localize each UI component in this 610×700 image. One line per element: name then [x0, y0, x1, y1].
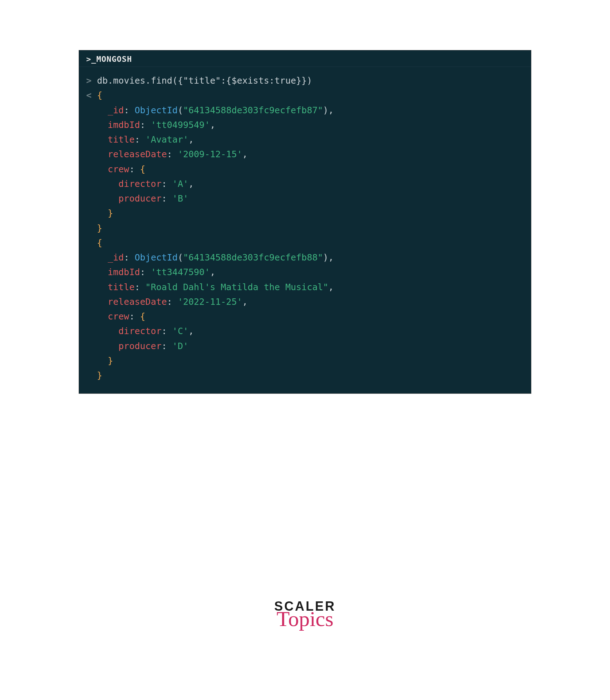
key-crew: crew	[108, 311, 129, 322]
val-date: '2009-12-15'	[178, 149, 242, 159]
brace: {	[97, 238, 102, 248]
val-director: 'A'	[172, 179, 188, 189]
key-date: releaseDate	[108, 297, 167, 307]
brand-logo: SCALER Topics	[274, 601, 336, 629]
brace: }	[108, 356, 113, 366]
objectid-fn: ObjectId	[134, 252, 177, 263]
key-imdb: imdbId	[108, 120, 140, 130]
key-director: director	[118, 179, 161, 189]
key-id: _id	[108, 252, 124, 263]
brand-bottom: Topics	[274, 609, 336, 629]
key-date: releaseDate	[108, 149, 167, 159]
command-text: db.movies.find({"title":{$exists:true}})	[97, 75, 312, 86]
brace: }	[97, 223, 102, 233]
val-imdb: 'tt3447590'	[151, 267, 210, 277]
val-date: '2022-11-25'	[178, 297, 242, 307]
objectid-fn: ObjectId	[134, 105, 177, 115]
brace: }	[108, 208, 113, 218]
key-id: _id	[108, 105, 124, 115]
prompt-in-icon: >	[86, 75, 92, 86]
brace: {	[97, 90, 102, 100]
key-title: title	[108, 134, 134, 145]
brace: {	[140, 164, 146, 174]
brace: {	[140, 311, 146, 322]
val-title: 'Avatar'	[146, 134, 188, 145]
key-title: title	[108, 282, 134, 292]
val-imdb: 'tt0499549'	[151, 120, 210, 130]
mongosh-terminal: >_MONGOSH > db.movies.find({"title":{$ex…	[79, 50, 531, 394]
brace: }	[97, 370, 102, 381]
key-producer: producer	[118, 193, 161, 204]
key-director: director	[118, 326, 161, 336]
code-output[interactable]: > db.movies.find({"title":{$exists:true}…	[79, 67, 531, 393]
prompt-out-icon: <	[86, 90, 92, 100]
key-crew: crew	[108, 164, 129, 174]
terminal-title: >_MONGOSH	[79, 50, 531, 67]
val-producer: 'B'	[172, 193, 188, 204]
objectid-val: "64134588de303fc9ecfefb87"	[183, 105, 323, 115]
val-director: 'C'	[172, 326, 188, 336]
objectid-val: "64134588de303fc9ecfefb88"	[183, 252, 323, 263]
key-imdb: imdbId	[108, 267, 140, 277]
key-producer: producer	[118, 341, 161, 351]
val-title: "Roald Dahl's Matilda the Musical"	[146, 282, 329, 292]
val-producer: 'D'	[172, 341, 188, 351]
